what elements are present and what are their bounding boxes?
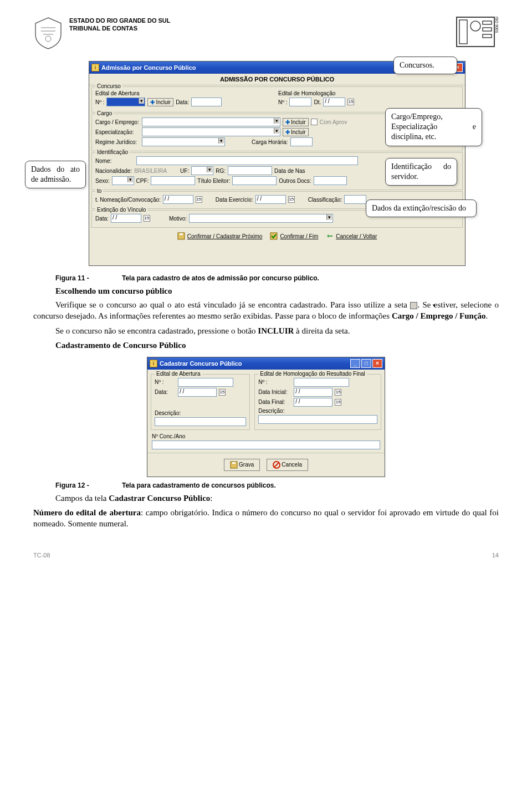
callout-ident: Identificação do servidor. [385, 158, 457, 186]
regime-select[interactable] [142, 137, 225, 146]
ext-data-label: Data: [95, 216, 109, 222]
uf-select[interactable] [191, 166, 213, 175]
paragraph-2: Se o concurso não se encontra cadastrado… [33, 325, 499, 336]
uf-label: UF: [180, 168, 189, 174]
header-line2: TRIBUNAL DE CONTAS [69, 24, 171, 32]
incluir-cargo-button[interactable]: ✚Incluir [283, 118, 309, 126]
com-aprov-label: Com Aprov [320, 119, 347, 125]
maximize-button-2[interactable]: □ [361, 359, 371, 368]
data-abertura-input-2[interactable]: / / [178, 388, 217, 397]
titulo-input[interactable] [232, 176, 277, 185]
num-label-3: Nº : [155, 379, 176, 385]
data-ini-input[interactable]: / / [294, 388, 332, 397]
cancel-icon-2 [273, 461, 280, 469]
num-homolog-input[interactable] [289, 98, 311, 106]
data-abertura-input[interactable] [191, 98, 222, 106]
rg-input[interactable] [228, 166, 272, 175]
nomeacao-input[interactable]: / / [163, 195, 193, 204]
window-title-2: Cadastrar Concurso Público [160, 360, 242, 367]
num-label-4: Nº : [258, 379, 291, 385]
svg-rect-9 [270, 233, 277, 239]
calendar-icon-3[interactable]: 15 [288, 196, 295, 203]
callout-extincao: Dados da extinção/rescisão do [366, 199, 477, 217]
window-title: Admissão por Concurso Público [101, 64, 196, 71]
calendar-icon-6[interactable]: 15 [335, 389, 341, 396]
svg-rect-5 [483, 28, 492, 31]
carga-input[interactable] [290, 137, 313, 146]
sexo-label: Sexo: [95, 178, 110, 184]
cancelar-voltar-button[interactable]: Cancelar / Voltar [326, 232, 377, 240]
edital-abertura-label: Edital de Abertura [95, 90, 276, 96]
data-ex-input[interactable]: / / [255, 195, 286, 204]
homolog-legend: Edital de Homologação do Resultado Final [258, 371, 367, 377]
data-label-3: Data: [155, 389, 176, 395]
doc-code: TC-08 [33, 552, 50, 559]
cpf-input[interactable] [151, 176, 195, 185]
grava-button[interactable]: Grava [224, 459, 260, 471]
rg-label: RG: [216, 168, 226, 174]
com-aprov-checkbox[interactable] [311, 119, 318, 125]
h-escolhendo: Escolhendo um concurso público [33, 286, 499, 296]
minimize-button-2[interactable]: _ [350, 359, 360, 368]
data-label: Data: [176, 99, 189, 105]
edital-abertura-select[interactable] [106, 98, 145, 106]
cargo-select[interactable] [142, 117, 280, 126]
ext-data-input[interactable]: / / [111, 214, 141, 223]
num-homolog-input-2[interactable] [294, 378, 349, 387]
calendar-icon-4[interactable]: 15 [144, 215, 150, 222]
carga-label: Carga Horária: [252, 139, 288, 145]
header-line1: ESTADO DO RIO GRANDE DO SUL [69, 17, 171, 24]
header-right: ISO 9001 [456, 17, 499, 47]
data-fin-input[interactable]: / / [294, 398, 332, 407]
confirmar-proximo-button[interactable]: Confirmar / Cadastrar Próximo [177, 232, 263, 240]
cpf-label: CPF: [136, 178, 149, 184]
desc-abertura-input[interactable] [155, 417, 246, 426]
data-ex-label: Data Exercício: [216, 197, 253, 203]
figure11-illustration: i Admissão por Concurso Público _ □ × AD… [33, 61, 499, 269]
desc-label-1: Descrição: [155, 410, 181, 416]
close-button-2[interactable]: × [372, 359, 382, 368]
num-label-2: Nº : [278, 99, 287, 105]
calendar-icon-7[interactable]: 15 [335, 399, 341, 406]
num-label: Nº : [95, 99, 104, 105]
ato-legend: to [95, 188, 103, 194]
calendar-icon-2[interactable]: 15 [196, 196, 202, 203]
conc-ano-input[interactable] [152, 441, 380, 449]
desc-label-2: Descrição: [258, 408, 284, 414]
page-header: ESTADO DO RIO GRANDE DO SUL TRIBUNAL DE … [33, 17, 499, 50]
callout-dados-ato: Dados do ato de admissão. [25, 161, 86, 188]
outros-label: Outros Docs: [279, 178, 311, 184]
header-text: ESTADO DO RIO GRANDE DO SUL TRIBUNAL DE … [69, 17, 171, 33]
svg-rect-2 [459, 20, 467, 44]
num-abertura-input[interactable] [178, 378, 233, 387]
cargo-label: Cargo / Emprego: [95, 119, 140, 125]
data-fin-label: Data Final: [258, 399, 291, 405]
calendar-icon[interactable]: 15 [347, 99, 354, 105]
titlebar-2[interactable]: i Cadastrar Concurso Público _ □ × [147, 357, 385, 370]
espec-select[interactable] [142, 127, 280, 136]
sexo-select[interactable] [112, 176, 134, 185]
crest-icon [33, 17, 64, 50]
dt-homolog-input[interactable]: / / [323, 98, 345, 106]
figure12-caption: Figura 12 - Tela para cadastramento de c… [33, 482, 499, 489]
window-icon: i [91, 64, 99, 71]
svg-rect-6 [483, 34, 492, 38]
cancela-button[interactable]: Cancela [267, 459, 308, 471]
dt-label: Dt. [314, 99, 321, 105]
incluir-espec-button[interactable]: ✚Incluir [283, 128, 309, 136]
ext-motivo-select[interactable] [189, 214, 333, 223]
outros-input[interactable] [314, 176, 347, 185]
window-icon-2: i [150, 360, 157, 367]
nomeacao-label: t. Nomeação/Convocação: [95, 197, 161, 203]
nome-input[interactable] [136, 156, 358, 165]
confirmar-fim-button[interactable]: Confirmar / Fim [270, 232, 318, 240]
svg-rect-8 [180, 233, 183, 235]
desc-homolog-input[interactable] [258, 415, 377, 424]
incluir-abertura-button[interactable]: ✚Incluir [147, 98, 173, 106]
calendar-icon-5[interactable]: 15 [219, 389, 226, 396]
save-next-icon [177, 232, 185, 240]
classif-input[interactable] [344, 195, 366, 204]
cadastrar-window: i Cadastrar Concurso Público _ □ × Edita… [147, 357, 385, 477]
abertura-fieldset: Edital de Abertura Nº : Data:/ /15 Descr… [151, 374, 250, 430]
edital-homolog-label: Edital de Homologação [278, 90, 459, 96]
